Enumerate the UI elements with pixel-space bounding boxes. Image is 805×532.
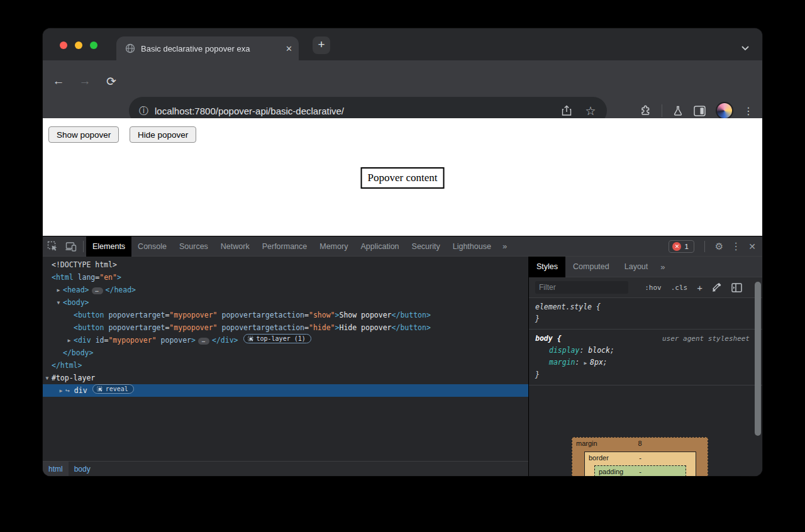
site-info-icon[interactable]: ⓘ — [139, 105, 148, 117]
new-tab-button[interactable]: + — [313, 36, 330, 54]
toggle-sidebar-icon[interactable] — [731, 283, 742, 292]
sidebar-tab-layout[interactable]: Layout — [617, 257, 656, 277]
side-panel-icon[interactable] — [694, 106, 706, 116]
dom-tree-row[interactable]: ▶<div id="mypopover" popover>…</div>top-… — [43, 334, 528, 346]
style-property-margin[interactable]: margin: ▶ 8px; — [535, 357, 756, 369]
devtools-tab-sources[interactable]: Sources — [173, 236, 214, 257]
browser-menu-icon[interactable]: ⋮ — [743, 105, 753, 117]
styles-scrollbar[interactable] — [755, 279, 761, 474]
tab-close-icon[interactable]: ✕ — [286, 44, 292, 53]
profile-avatar[interactable] — [716, 102, 733, 119]
devtools-tab-lighthouse[interactable]: Lighthouse — [447, 236, 497, 257]
box-model-border[interactable]: border - - - padding - - - - 924×21.500 — [584, 452, 696, 476]
expand-arrow-icon[interactable]: ▶ — [57, 385, 65, 397]
scrollbar-thumb[interactable] — [755, 282, 761, 436]
rendering-brush-icon[interactable] — [712, 282, 722, 292]
box-model-padding[interactable]: padding - - - - 924×21.500 — [594, 465, 686, 476]
devtools-panel: ElementsConsoleSourcesNetworkPerformance… — [43, 236, 762, 476]
dom-tree-row-selected[interactable]: ▶↪ divreveal — [43, 384, 528, 397]
hide-popover-button[interactable]: Hide popover — [130, 126, 196, 143]
margin-top-value[interactable]: 8 — [638, 440, 641, 447]
inspect-element-icon[interactable] — [43, 238, 62, 255]
window-zoom-button[interactable] — [90, 42, 97, 49]
breadcrumb-body[interactable]: body — [69, 462, 96, 477]
window-close-button[interactable] — [60, 42, 67, 49]
expand-arrow-icon[interactable]: ▶ — [65, 335, 74, 347]
toolbar-separator — [704, 241, 705, 252]
show-popover-button[interactable]: Show popover — [48, 126, 119, 143]
code-token: ↪ — [65, 386, 74, 395]
expand-shorthand-icon[interactable]: ▶ — [584, 360, 590, 366]
flask-icon[interactable] — [672, 105, 684, 116]
devtools-tab-elements[interactable]: Elements — [86, 236, 131, 257]
expand-children-button[interactable]: … — [92, 287, 103, 294]
badge-reveal[interactable]: reveal — [92, 384, 134, 394]
devtools-tab-application[interactable]: Application — [354, 236, 405, 257]
back-button[interactable]: ← — [50, 73, 67, 89]
closing-brace: } — [535, 369, 756, 381]
code-token: </head> — [106, 285, 136, 294]
sidebar-more-tabs-button[interactable]: » — [655, 262, 669, 272]
devtools-toolbar: ElementsConsoleSourcesNetworkPerformance… — [43, 236, 762, 257]
dom-tree-row[interactable]: </body> — [43, 346, 528, 359]
dom-tree-row[interactable]: ▶<head>…</head> — [43, 284, 528, 296]
collapse-arrow-icon[interactable]: ▼ — [54, 297, 63, 309]
window-minimize-button[interactable] — [75, 42, 82, 49]
dom-tree-row[interactable]: ▼<body> — [43, 296, 528, 309]
code-token: > — [191, 336, 196, 345]
sidebar-tab-computed[interactable]: Computed — [565, 257, 617, 277]
selector-body[interactable]: body — [535, 334, 553, 343]
dom-tree-row[interactable]: <html lang="en"> — [43, 271, 528, 284]
console-error-badge[interactable]: ✕ 1 — [669, 240, 694, 253]
expand-children-button[interactable]: … — [198, 338, 209, 345]
devtools-tab-console[interactable]: Console — [131, 236, 173, 257]
device-toolbar-icon[interactable] — [62, 238, 80, 255]
reload-button[interactable]: ⟳ — [103, 73, 119, 89]
forward-button[interactable]: → — [77, 73, 93, 89]
share-icon[interactable] — [559, 103, 574, 118]
style-rule-body[interactable]: user agent stylesheet body { display: bl… — [529, 330, 762, 385]
breadcrumb-html[interactable]: html — [43, 462, 69, 477]
style-properties: display: block;margin: ▶ 8px; — [535, 345, 756, 369]
devtools-close-icon[interactable]: ✕ — [748, 241, 756, 252]
code-token: popovertarget — [108, 323, 165, 332]
bookmark-star-icon[interactable]: ☆ — [583, 103, 598, 118]
code-token: </button> — [392, 323, 431, 332]
collapse-arrow-icon[interactable]: ▼ — [43, 372, 52, 385]
devtools-menu-icon[interactable]: ⋮ — [731, 240, 741, 252]
new-style-rule-button[interactable]: + — [697, 282, 702, 293]
devtools-tab-network[interactable]: Network — [214, 236, 256, 257]
popover-content: Popover content — [361, 167, 445, 189]
dom-tree-row[interactable]: <button popovertarget="mypopover" popove… — [43, 309, 528, 321]
code-token: lang — [78, 273, 96, 282]
box-model-margin[interactable]: margin 8 8 8 border - - - padding - — [572, 437, 708, 476]
url-text[interactable]: localhost:7800/popover-api/basic-declara… — [155, 106, 550, 116]
devtools-settings-icon[interactable]: ⚙ — [715, 241, 723, 252]
error-count: 1 — [684, 243, 688, 250]
extensions-icon[interactable] — [639, 104, 652, 117]
tab-search-button[interactable] — [737, 40, 753, 57]
pseudo-button-cls[interactable]: .cls — [671, 284, 688, 292]
box-model-diagram[interactable]: margin 8 8 8 border - - - padding - — [572, 437, 708, 476]
browser-tab[interactable]: Basic declarative popover exa ✕ — [116, 36, 299, 60]
styles-filter-input[interactable]: Filter — [535, 281, 628, 294]
dom-tree: <!DOCTYPE html><html lang="en">▶<head>…<… — [43, 257, 528, 461]
more-tabs-button[interactable]: » — [497, 241, 511, 251]
dom-tree-row[interactable]: </html> — [43, 359, 528, 372]
style-rule-element-style[interactable]: element.style { } — [529, 298, 762, 330]
selector-element-style[interactable]: element.style { — [535, 302, 601, 311]
expand-arrow-icon[interactable]: ▶ — [54, 284, 63, 297]
border-top-value[interactable]: - — [639, 454, 641, 462]
padding-top-value[interactable]: - — [639, 468, 641, 475]
code-token: "mypopover" — [108, 336, 156, 345]
code-token: </body> — [63, 348, 93, 357]
pseudo-button-hov[interactable]: :hov — [645, 284, 662, 292]
devtools-tab-performance[interactable]: Performance — [256, 236, 314, 257]
devtools-tab-memory[interactable]: Memory — [313, 236, 354, 257]
devtools-tab-security[interactable]: Security — [406, 236, 447, 257]
badge-top-layer[interactable]: top-layer (1) — [243, 334, 311, 343]
dom-tree-row[interactable]: <!DOCTYPE html> — [43, 258, 528, 271]
style-property-display[interactable]: display: block; — [535, 345, 756, 357]
styles-sidebar: StylesComputedLayout» Filter :hov.cls + … — [528, 257, 762, 476]
sidebar-tab-styles[interactable]: Styles — [529, 257, 565, 277]
